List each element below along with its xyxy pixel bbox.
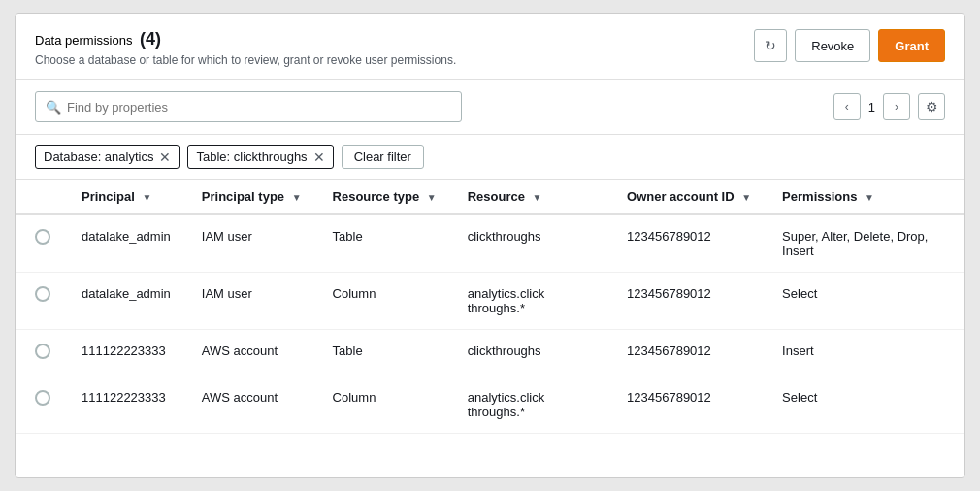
revoke-button[interactable]: Revoke bbox=[795, 29, 870, 62]
filter-database-label: Database: analytics bbox=[44, 149, 153, 164]
header-actions: ↻ Revoke Grant bbox=[754, 29, 945, 62]
permissions-sort-icon[interactable]: ▼ bbox=[865, 192, 874, 203]
cell-permissions-2: Insert bbox=[767, 330, 964, 376]
clear-filter-button[interactable]: Clear filter bbox=[342, 145, 424, 169]
next-page-button[interactable]: › bbox=[883, 93, 910, 120]
filters-bar: Database: analytics ✕ Table: clickthroug… bbox=[16, 135, 964, 180]
cell-principal-3: 111122223333 bbox=[66, 376, 186, 434]
cell-resource-type-2: Table bbox=[317, 330, 452, 376]
table-container: Principal ▼ Principal type ▼ Resource ty… bbox=[16, 180, 964, 434]
title-count: (4) bbox=[140, 29, 161, 49]
cell-resource-type-1: Column bbox=[317, 273, 452, 330]
cell-owner-account-3: 123456789012 bbox=[611, 376, 767, 434]
table-row: 111122223333 AWS account Column analytic… bbox=[16, 376, 964, 434]
row-select-3[interactable] bbox=[16, 376, 66, 434]
refresh-icon: ↻ bbox=[765, 38, 776, 53]
col-resource-type: Resource type ▼ bbox=[317, 180, 452, 214]
cell-principal-2: 111122223333 bbox=[66, 330, 186, 376]
resource-type-sort-icon[interactable]: ▼ bbox=[427, 192, 437, 203]
panel-title-section: Data permissions (4) Choose a database o… bbox=[35, 29, 456, 67]
table-body: datalake_admin IAM user Table clickthrou… bbox=[16, 214, 964, 434]
next-icon: › bbox=[895, 100, 898, 114]
cell-owner-account-0: 123456789012 bbox=[611, 214, 767, 273]
prev-icon: ‹ bbox=[845, 100, 849, 114]
toolbar: 🔍 ‹ 1 › ⚙ bbox=[16, 80, 964, 135]
cell-principal-0: datalake_admin bbox=[66, 214, 186, 273]
cell-permissions-3: Select bbox=[767, 376, 964, 434]
radio-3[interactable] bbox=[35, 390, 50, 406]
cell-resource-3: analytics.click throughs.* bbox=[452, 376, 611, 434]
col-principal: Principal ▼ bbox=[66, 180, 186, 214]
page-number: 1 bbox=[868, 100, 875, 115]
cell-resource-type-3: Column bbox=[317, 376, 452, 434]
filter-database-close[interactable]: ✕ bbox=[159, 150, 171, 164]
col-permissions: Permissions ▼ bbox=[767, 180, 964, 214]
search-box[interactable]: 🔍 bbox=[35, 91, 462, 122]
panel-title: Data permissions (4) bbox=[35, 29, 456, 49]
settings-button[interactable]: ⚙ bbox=[918, 93, 945, 120]
cell-resource-1: analytics.click throughs.* bbox=[452, 273, 611, 330]
row-select-0[interactable] bbox=[16, 214, 66, 273]
cell-permissions-1: Select bbox=[767, 273, 964, 330]
refresh-button[interactable]: ↻ bbox=[754, 29, 787, 62]
filter-database: Database: analytics ✕ bbox=[35, 145, 180, 169]
col-resource: Resource ▼ bbox=[452, 180, 611, 214]
cell-principal-1: datalake_admin bbox=[66, 273, 186, 330]
cell-principal-type-2: AWS account bbox=[186, 330, 317, 376]
data-permissions-panel: Data permissions (4) Choose a database o… bbox=[15, 13, 965, 478]
principal-sort-icon[interactable]: ▼ bbox=[143, 192, 152, 203]
permissions-table: Principal ▼ Principal type ▼ Resource ty… bbox=[16, 180, 964, 434]
gear-icon: ⚙ bbox=[926, 99, 938, 115]
search-icon: 🔍 bbox=[46, 100, 61, 115]
principal-type-sort-icon[interactable]: ▼ bbox=[292, 192, 302, 203]
cell-resource-type-0: Table bbox=[317, 214, 452, 273]
select-col-header bbox=[16, 180, 66, 214]
row-select-1[interactable] bbox=[16, 273, 66, 330]
cell-permissions-0: Super, Alter, Delete, Drop, Insert bbox=[767, 214, 964, 273]
table-header-row: Principal ▼ Principal type ▼ Resource ty… bbox=[16, 180, 964, 214]
table-row: datalake_admin IAM user Table clickthrou… bbox=[16, 214, 964, 273]
panel-subtitle: Choose a database or table for which to … bbox=[35, 53, 456, 67]
cell-resource-2: clickthroughs bbox=[452, 330, 611, 376]
col-owner-account-id: Owner account ID ▼ bbox=[611, 180, 767, 214]
search-input[interactable] bbox=[67, 100, 451, 115]
row-select-2[interactable] bbox=[16, 330, 66, 376]
radio-2[interactable] bbox=[35, 344, 50, 359]
cell-principal-type-0: IAM user bbox=[186, 214, 317, 273]
cell-principal-type-3: AWS account bbox=[186, 376, 317, 434]
table-row: 111122223333 AWS account Table clickthro… bbox=[16, 330, 964, 376]
panel-header: Data permissions (4) Choose a database o… bbox=[16, 14, 964, 80]
pagination-controls: ‹ 1 › ⚙ bbox=[833, 93, 945, 120]
filter-table-close[interactable]: ✕ bbox=[313, 150, 325, 164]
title-text: Data permissions bbox=[35, 33, 132, 48]
grant-button[interactable]: Grant bbox=[878, 29, 945, 62]
cell-owner-account-2: 123456789012 bbox=[611, 330, 767, 376]
prev-page-button[interactable]: ‹ bbox=[833, 93, 861, 120]
table-row: datalake_admin IAM user Column analytics… bbox=[16, 273, 964, 330]
cell-principal-type-1: IAM user bbox=[186, 273, 317, 330]
cell-owner-account-1: 123456789012 bbox=[611, 273, 767, 330]
resource-sort-icon[interactable]: ▼ bbox=[533, 192, 542, 203]
cell-resource-0: clickthroughs bbox=[452, 214, 611, 273]
radio-1[interactable] bbox=[35, 286, 50, 302]
filter-table-label: Table: clickthroughs bbox=[196, 149, 307, 164]
col-principal-type: Principal type ▼ bbox=[186, 180, 317, 214]
filter-table: Table: clickthroughs ✕ bbox=[187, 145, 333, 169]
radio-0[interactable] bbox=[35, 229, 50, 245]
owner-account-sort-icon[interactable]: ▼ bbox=[741, 192, 751, 203]
